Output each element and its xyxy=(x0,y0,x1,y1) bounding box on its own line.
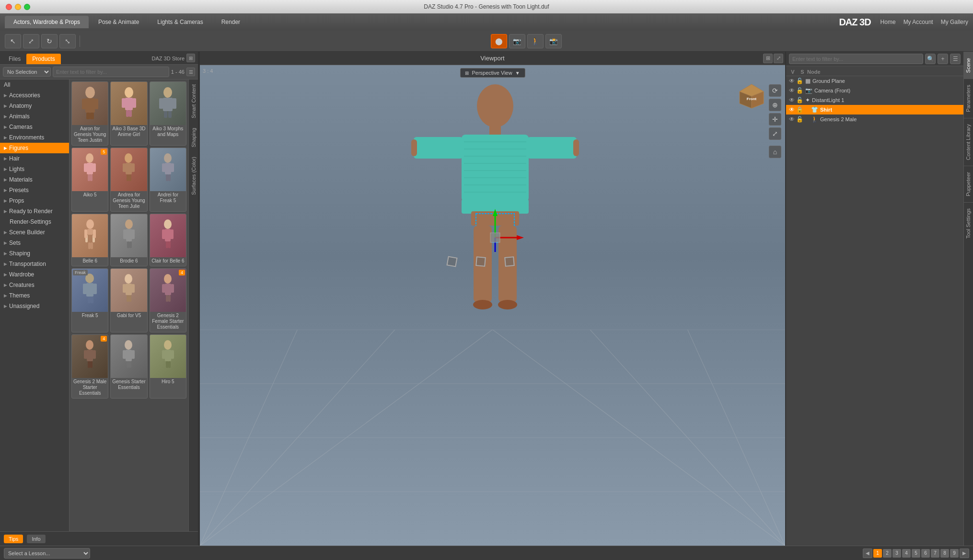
menu-tab-actors[interactable]: Actors, Wardrobe & Props xyxy=(5,16,89,28)
perspective-selector[interactable]: ⊞ Perspective View ▼ xyxy=(460,68,525,78)
tips-tab[interactable]: Tips xyxy=(4,535,23,543)
lesson-page-6[interactable]: 6 xyxy=(921,549,930,558)
lesson-page-9[interactable]: 9 xyxy=(950,549,959,558)
tool-figure[interactable]: 🚶 xyxy=(527,34,544,48)
info-tab[interactable]: Info xyxy=(27,535,45,543)
minimize-button[interactable] xyxy=(15,4,21,10)
viewport-icon-1[interactable]: ⊞ xyxy=(763,54,773,63)
eye-shirt[interactable]: 👁 xyxy=(788,106,796,113)
lock-shirt[interactable]: 🔒 xyxy=(796,106,803,113)
tool-render-active[interactable]: ⬤ xyxy=(491,34,507,48)
lesson-page-2[interactable]: 2 xyxy=(883,549,892,558)
viewport-canvas[interactable]: 3 : 4 ⊞ Perspective View ▼ ⟳ ⊕ ✛ ⤢ ⌂ xyxy=(200,65,785,546)
tool-camera[interactable]: 📷 xyxy=(509,34,525,48)
lesson-page-3[interactable]: 3 xyxy=(892,549,901,558)
lock-light[interactable]: 🔓 xyxy=(796,97,803,103)
cat-shaping[interactable]: ▶Shaping xyxy=(0,248,69,259)
lesson-page-7[interactable]: 7 xyxy=(931,549,939,558)
vp-ctrl-pan[interactable]: ✛ xyxy=(769,113,781,126)
lesson-page-8[interactable]: 8 xyxy=(940,549,949,558)
lesson-select[interactable]: Select a Lesson... xyxy=(4,548,90,559)
scene-row-ground[interactable]: 👁 🔓 ▦ Ground Plane xyxy=(786,76,963,86)
thumb-andrei[interactable]: Andrei for Freak 5 xyxy=(150,148,186,212)
cat-presets[interactable]: ▶Presets xyxy=(0,185,69,195)
tab-surfaces-color[interactable]: Surfaces (Color) xyxy=(189,152,198,200)
eye-ground[interactable]: 👁 xyxy=(788,78,796,84)
scene-add-btn[interactable]: + xyxy=(938,54,948,64)
thumbnails-area[interactable]: Aaron for Genesis Young Teen Justin xyxy=(70,80,188,531)
cat-figures[interactable]: ▶Figures xyxy=(0,143,69,153)
thumb-andrea[interactable]: Andrea for Genesis Young Teen Julie xyxy=(110,148,147,212)
vp-ctrl-rotate[interactable]: ⟳ xyxy=(769,84,781,97)
cat-sets[interactable]: ▶Sets xyxy=(0,238,69,248)
viewport-icon-2[interactable]: ⤢ xyxy=(774,54,783,63)
lock-camera[interactable]: 🔓 xyxy=(796,87,803,94)
eye-genesis2male[interactable]: 👁 xyxy=(788,116,796,123)
scene-row-shirt[interactable]: 👁 🔒 👕 Shirt xyxy=(786,105,963,114)
lesson-page-1[interactable]: 1 xyxy=(873,549,882,558)
cat-creatures[interactable]: ▶Creatures xyxy=(0,280,69,290)
menu-link-account[interactable]: My Account xyxy=(904,19,933,25)
lock-genesis2male[interactable]: 🔓 xyxy=(796,116,803,123)
menu-tab-pose[interactable]: Pose & Animate xyxy=(90,16,148,28)
rv-tab-scene[interactable]: Scene xyxy=(964,52,973,79)
scene-search-btn[interactable]: 🔍 xyxy=(925,54,936,64)
cat-hair[interactable]: ▶Hair xyxy=(0,153,69,164)
rv-tab-parameters[interactable]: Parameters xyxy=(964,79,973,118)
thumb-brodie6[interactable]: Brodie 6 xyxy=(110,214,147,266)
scene-search-input[interactable] xyxy=(789,54,923,64)
cat-cameras[interactable]: ▶Cameras xyxy=(0,122,69,132)
thumb-gabi[interactable]: Gabi for V5 xyxy=(110,268,147,332)
vp-ctrl-home[interactable]: ⌂ xyxy=(769,146,781,158)
eye-camera[interactable]: 👁 xyxy=(788,87,796,94)
rv-tab-tool-settings[interactable]: Tool Settings xyxy=(964,202,973,244)
menu-tab-render[interactable]: Render xyxy=(213,16,249,28)
rv-tab-puppeteer[interactable]: Puppeteer xyxy=(964,166,973,202)
cat-environments[interactable]: ▶Environments xyxy=(0,132,69,143)
cat-anatomy[interactable]: ▶Anatomy xyxy=(0,101,69,111)
menu-link-gallery[interactable]: My Gallery xyxy=(941,19,968,25)
scene-menu-btn[interactable]: ☰ xyxy=(950,54,961,64)
no-selection-select[interactable]: No Selection xyxy=(3,67,51,77)
scene-row-genesis2male[interactable]: 👁 🔓 🚶 Genesis 2 Male xyxy=(786,114,963,124)
cat-scene-builder[interactable]: ▶Scene Builder xyxy=(0,227,69,238)
thumb-freak5[interactable]: Freak Freak 5 xyxy=(71,268,108,332)
thumb-aiko3base[interactable]: Aiko 3 Base 3D Anime Girl xyxy=(110,81,147,146)
tool-move[interactable]: ⤢ xyxy=(23,34,39,48)
thumb-belle6[interactable]: Belle 6 xyxy=(71,214,108,266)
cat-all[interactable]: All xyxy=(0,80,69,90)
scene-row-light[interactable]: 👁 🔓 ✦ DistantLight 1 xyxy=(786,95,963,105)
cat-unassigned[interactable]: ▶Unassigned xyxy=(0,301,69,311)
lesson-prev-btn[interactable]: ◀ xyxy=(863,549,872,558)
lesson-page-5[interactable]: 5 xyxy=(912,549,920,558)
tab-smart-content[interactable]: Smart Content xyxy=(189,80,198,123)
cat-animals[interactable]: ▶Animals xyxy=(0,111,69,122)
cat-lights[interactable]: ▶Lights xyxy=(0,164,69,174)
tab-shaping[interactable]: Shaping xyxy=(189,123,198,152)
vp-ctrl-zoom[interactable]: ⊕ xyxy=(769,99,781,111)
panel-scroll-btn[interactable]: ⊞ xyxy=(186,54,195,62)
thumb-aaron[interactable]: Aaron for Genesis Young Teen Justin xyxy=(71,81,108,146)
tool-rotate[interactable]: ↻ xyxy=(41,34,58,48)
thumb-genesis2male[interactable]: 4 Genesis 2 Male Starte xyxy=(71,334,108,399)
maximize-button[interactable] xyxy=(24,4,30,10)
tool-scale[interactable]: ⤡ xyxy=(59,34,76,48)
cat-materials[interactable]: ▶Materials xyxy=(0,174,69,185)
cat-accessories[interactable]: ▶Accessories xyxy=(0,90,69,101)
tool-screenshot[interactable]: 📸 xyxy=(545,34,562,48)
product-search-input[interactable] xyxy=(53,67,169,77)
vp-ctrl-fit[interactable]: ⤢ xyxy=(769,127,781,140)
cat-transportation[interactable]: ▶Transportation xyxy=(0,259,69,269)
thumb-genesis2female[interactable]: 4 Genesis 2 Female Star xyxy=(150,268,186,332)
close-button[interactable] xyxy=(6,4,12,10)
thumb-aiko3morphs[interactable]: Aiko 3 Morphs and Maps xyxy=(150,81,186,146)
tool-select[interactable]: ↖ xyxy=(5,34,21,48)
tab-products[interactable]: Products xyxy=(26,54,60,64)
cat-themes[interactable]: ▶Themes xyxy=(0,290,69,301)
thumb-clair[interactable]: Clair for Belle 6 xyxy=(150,214,186,266)
thumb-genesis-starter[interactable]: Genesis Starter Essentials xyxy=(110,334,147,399)
cat-wardrobe[interactable]: ▶Wardrobe xyxy=(0,269,69,280)
cat-props[interactable]: ▶Props xyxy=(0,195,69,206)
eye-light[interactable]: 👁 xyxy=(788,97,796,103)
lesson-next-btn[interactable]: ▶ xyxy=(960,549,969,558)
